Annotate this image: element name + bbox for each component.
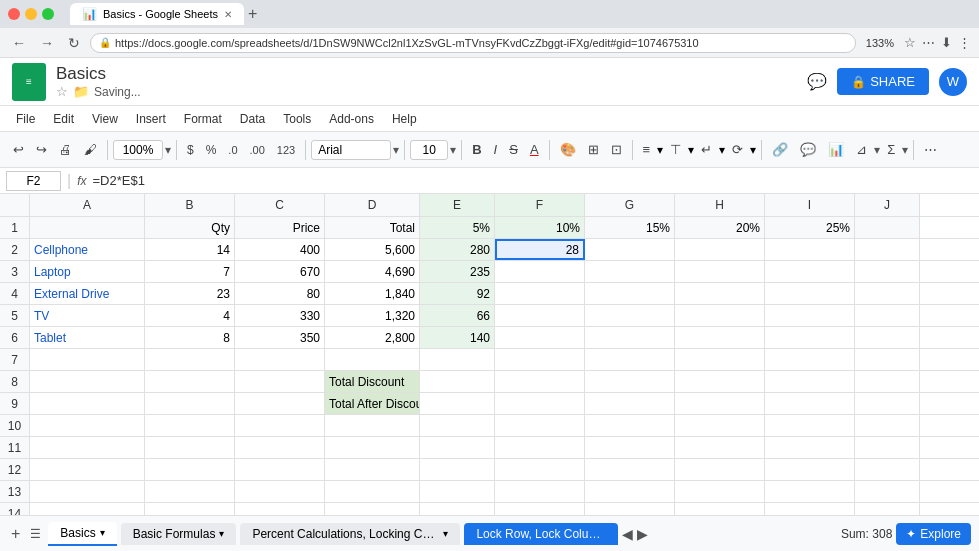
cell-b3[interactable]: 7 bbox=[145, 261, 235, 282]
menu-data[interactable]: Data bbox=[232, 109, 273, 129]
refresh-button[interactable]: ↻ bbox=[64, 33, 84, 53]
cell-d10[interactable] bbox=[325, 415, 420, 436]
cell-d6[interactable]: 2,800 bbox=[325, 327, 420, 348]
sheet-tab-percent[interactable]: Percent Calculations, Locking Cells, % o… bbox=[240, 523, 460, 545]
cell-c12[interactable] bbox=[235, 459, 325, 480]
cell-g1[interactable]: 15% bbox=[585, 217, 675, 238]
cell-a10[interactable] bbox=[30, 415, 145, 436]
valign-button[interactable]: ⊤ bbox=[665, 139, 686, 160]
cell-g4[interactable] bbox=[585, 283, 675, 304]
col-header-b[interactable]: B bbox=[145, 194, 235, 216]
star-icon[interactable]: ☆ bbox=[56, 84, 68, 99]
font-size-selector[interactable]: 10 bbox=[410, 140, 448, 160]
cell-e4[interactable]: 92 bbox=[420, 283, 495, 304]
cell-g13[interactable] bbox=[585, 481, 675, 502]
cell-g6[interactable] bbox=[585, 327, 675, 348]
extensions-icon[interactable]: ⋯ bbox=[922, 35, 935, 50]
cell-g3[interactable] bbox=[585, 261, 675, 282]
menu-format[interactable]: Format bbox=[176, 109, 230, 129]
cell-f13[interactable] bbox=[495, 481, 585, 502]
share-button[interactable]: 🔒 SHARE bbox=[837, 68, 929, 95]
percent-button[interactable]: % bbox=[201, 140, 222, 160]
fill-color-button[interactable]: 🎨 bbox=[555, 139, 581, 160]
cell-d4[interactable]: 1,840 bbox=[325, 283, 420, 304]
cell-e6[interactable]: 140 bbox=[420, 327, 495, 348]
cell-h3[interactable] bbox=[675, 261, 765, 282]
cell-c1[interactable]: Price bbox=[235, 217, 325, 238]
cell-g2[interactable] bbox=[585, 239, 675, 260]
decimal-increase-button[interactable]: .00 bbox=[245, 141, 270, 159]
col-header-a[interactable]: A bbox=[30, 194, 145, 216]
cell-e12[interactable] bbox=[420, 459, 495, 480]
cell-i1[interactable]: 25% bbox=[765, 217, 855, 238]
cell-g7[interactable] bbox=[585, 349, 675, 370]
font-dropdown-icon[interactable]: ▾ bbox=[393, 143, 399, 157]
cell-g12[interactable] bbox=[585, 459, 675, 480]
cell-h8[interactable] bbox=[675, 371, 765, 392]
back-button[interactable]: ← bbox=[8, 33, 30, 53]
cell-e2[interactable]: 280 bbox=[420, 239, 495, 260]
forward-button[interactable]: → bbox=[36, 33, 58, 53]
font-selector[interactable]: Arial bbox=[311, 140, 391, 160]
valign-dropdown-icon[interactable]: ▾ bbox=[688, 143, 694, 157]
cell-e10[interactable] bbox=[420, 415, 495, 436]
paint-format-button[interactable]: 🖌 bbox=[79, 139, 102, 160]
undo-button[interactable]: ↩ bbox=[8, 139, 29, 160]
cell-a2[interactable]: Cellphone bbox=[30, 239, 145, 260]
col-header-d[interactable]: D bbox=[325, 194, 420, 216]
col-header-e[interactable]: E bbox=[420, 194, 495, 216]
cell-c11[interactable] bbox=[235, 437, 325, 458]
cell-b6[interactable]: 8 bbox=[145, 327, 235, 348]
cell-d5[interactable]: 1,320 bbox=[325, 305, 420, 326]
cell-j7[interactable] bbox=[855, 349, 920, 370]
sheet-tab-lock[interactable]: Lock Row, Lock Colum... bbox=[464, 523, 618, 545]
cell-a3[interactable]: Laptop bbox=[30, 261, 145, 282]
cell-g10[interactable] bbox=[585, 415, 675, 436]
zoom-control[interactable]: 100% bbox=[113, 140, 163, 160]
col-header-f[interactable]: F bbox=[495, 194, 585, 216]
cell-i9[interactable] bbox=[765, 393, 855, 414]
cell-f11[interactable] bbox=[495, 437, 585, 458]
cell-j10[interactable] bbox=[855, 415, 920, 436]
cell-c3[interactable]: 670 bbox=[235, 261, 325, 282]
cell-c9[interactable] bbox=[235, 393, 325, 414]
wrap-button[interactable]: ↵ bbox=[696, 139, 717, 160]
cell-j4[interactable] bbox=[855, 283, 920, 304]
cell-f4[interactable] bbox=[495, 283, 585, 304]
filter-button[interactable]: ⊿ bbox=[851, 139, 872, 160]
cell-i6[interactable] bbox=[765, 327, 855, 348]
cell-f6[interactable] bbox=[495, 327, 585, 348]
workspace-avatar[interactable]: W bbox=[939, 68, 967, 96]
cell-b8[interactable] bbox=[145, 371, 235, 392]
strikethrough-button[interactable]: S bbox=[504, 139, 523, 160]
cell-a1[interactable] bbox=[30, 217, 145, 238]
cell-c13[interactable] bbox=[235, 481, 325, 502]
cell-d8-total-discount[interactable]: Total Discount bbox=[325, 371, 420, 392]
cell-j2[interactable] bbox=[855, 239, 920, 260]
cell-d3[interactable]: 4,690 bbox=[325, 261, 420, 282]
cell-e1[interactable]: 5% bbox=[420, 217, 495, 238]
cell-h6[interactable] bbox=[675, 327, 765, 348]
print-button[interactable]: 🖨 bbox=[54, 139, 77, 160]
cell-b1[interactable]: Qty bbox=[145, 217, 235, 238]
cell-i7[interactable] bbox=[765, 349, 855, 370]
cell-e11[interactable] bbox=[420, 437, 495, 458]
minimize-button[interactable] bbox=[25, 8, 37, 20]
cell-d11[interactable] bbox=[325, 437, 420, 458]
cell-a8[interactable] bbox=[30, 371, 145, 392]
cell-a13[interactable] bbox=[30, 481, 145, 502]
cell-j12[interactable] bbox=[855, 459, 920, 480]
cell-b11[interactable] bbox=[145, 437, 235, 458]
cell-e8[interactable] bbox=[420, 371, 495, 392]
new-tab-button[interactable]: + bbox=[248, 6, 257, 22]
comment-icon[interactable]: 💬 bbox=[807, 72, 827, 91]
bold-button[interactable]: B bbox=[467, 139, 486, 160]
sheet-tab-percent-dropdown[interactable]: ▾ bbox=[443, 528, 448, 539]
menu-file[interactable]: File bbox=[8, 109, 43, 129]
cell-c6[interactable]: 350 bbox=[235, 327, 325, 348]
cell-h12[interactable] bbox=[675, 459, 765, 480]
cell-b12[interactable] bbox=[145, 459, 235, 480]
cell-j13[interactable] bbox=[855, 481, 920, 502]
cell-e13[interactable] bbox=[420, 481, 495, 502]
cell-f5[interactable] bbox=[495, 305, 585, 326]
